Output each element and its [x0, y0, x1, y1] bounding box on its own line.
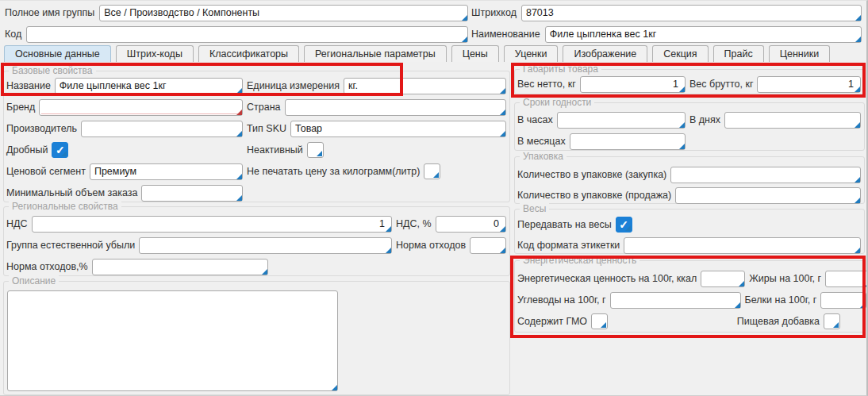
energy-field-wrap [701, 271, 745, 287]
proteins-label: Белки на 100г, г [745, 294, 817, 306]
tab-image[interactable]: Изображение [563, 45, 647, 62]
code-row: Код [5, 25, 468, 43]
tab-classifiers[interactable]: Классификаторы [198, 45, 299, 62]
barcode-label: Штрихкод [471, 7, 517, 18]
loss-group-label: Группа естественной убыли [6, 240, 135, 251]
fats-input[interactable] [825, 271, 868, 287]
pack-purchase-field-wrap [670, 167, 861, 183]
group-description-title: Описание [9, 275, 59, 286]
tab-price-list[interactable]: Прайс [713, 45, 764, 62]
net-weight-input[interactable] [580, 76, 686, 93]
price-segment-input[interactable] [90, 163, 243, 180]
hours-field-wrap [557, 112, 686, 129]
group-regional-properties: Региональные свойства НДС НДС, % Группа … [3, 206, 510, 276]
vat-field-wrap [32, 216, 392, 233]
country-input[interactable] [285, 99, 506, 116]
unit-input[interactable] [344, 78, 506, 94]
fats-field-wrap [825, 271, 868, 287]
group-dimensions-title: Габариты товара [520, 63, 601, 75]
label-format-input[interactable] [624, 237, 861, 254]
description-field-wrap [7, 290, 338, 391]
gross-weight-field-wrap [757, 76, 861, 93]
sku-type-input[interactable] [290, 121, 506, 137]
manufacturer-input[interactable] [81, 121, 243, 137]
net-weight-label: Вес нетто, кг [517, 79, 576, 90]
loss-group-input[interactable] [139, 237, 392, 254]
send-to-scales-checkbox[interactable] [616, 217, 632, 233]
energy-label: Энергетическая ценность на 100г, ккал [517, 273, 697, 284]
gross-weight-input[interactable] [757, 76, 861, 93]
price-segment-field-wrap [90, 163, 243, 180]
months-label: В месяцах [517, 136, 566, 147]
group-basic-properties-title: Базовые свойства [9, 65, 96, 76]
sku-type-label: Тип SKU [247, 123, 286, 134]
tab-markdowns[interactable]: Уценки [504, 45, 559, 62]
tab-main-data[interactable]: Основные данные [4, 45, 111, 62]
brand-input[interactable] [39, 99, 243, 116]
barcode-row: Штрихкод [471, 4, 862, 21]
pack-sale-field-wrap [675, 187, 861, 204]
price-segment-label: Ценовой сегмент [6, 166, 86, 177]
group-scales-title: Весы [520, 203, 549, 214]
tab-section[interactable]: Секция [652, 45, 708, 62]
days-input[interactable] [724, 112, 861, 129]
no-print-kg-price-checkbox[interactable] [424, 163, 440, 179]
waste-input[interactable] [470, 237, 506, 254]
code-field-wrap [26, 26, 468, 43]
carbs-input[interactable] [610, 292, 741, 309]
months-input[interactable] [570, 133, 686, 150]
carbs-field-wrap [610, 292, 741, 309]
loss-group-field-wrap [139, 237, 392, 254]
name-row: Наименование [471, 25, 862, 43]
proteins-input[interactable] [820, 292, 866, 309]
inactive-checkbox[interactable] [307, 142, 324, 158]
days-field-wrap [724, 112, 861, 129]
name-field-input[interactable] [55, 78, 243, 94]
group-scales: Весы Передавать на весы Код формата этик… [514, 209, 865, 254]
waste-pct-label: Норма отходов,% [6, 261, 88, 272]
energy-input[interactable] [701, 271, 745, 287]
group-regional-properties-title: Региональные свойства [9, 201, 121, 212]
min-order-input[interactable] [141, 185, 243, 202]
gmo-checkbox[interactable] [591, 313, 608, 329]
group-nutrition-title: Энергетическая ценность [520, 255, 639, 266]
vat-input[interactable] [32, 216, 392, 233]
additive-checkbox[interactable] [824, 313, 840, 329]
hours-input[interactable] [557, 112, 686, 129]
label-format-field-wrap [624, 237, 861, 254]
gross-weight-label: Вес брутто, кг [689, 79, 753, 90]
carbs-label: Углеводы на 100г, г [517, 294, 606, 306]
unit-field-wrap [344, 78, 506, 94]
full-group-input[interactable] [99, 5, 468, 21]
code-input[interactable] [26, 26, 468, 43]
country-label: Страна [247, 102, 281, 113]
country-field-wrap [285, 99, 506, 116]
min-order-label: Минимальный объем заказа [6, 187, 137, 198]
group-shelf-life-title: Сроки годности [520, 97, 594, 108]
vat-pct-input[interactable] [436, 216, 506, 233]
tab-prices[interactable]: Цены [451, 45, 499, 62]
gmo-label: Содержит ГМО [517, 316, 587, 327]
product-card-window: Полное имя группы Штрихкод Код Наименова… [0, 0, 868, 396]
product-name-input[interactable] [545, 26, 862, 43]
pack-sale-input[interactable] [675, 187, 861, 204]
proteins-field-wrap [820, 292, 866, 309]
group-packaging-title: Упаковка [520, 151, 567, 162]
pack-purchase-input[interactable] [670, 167, 861, 183]
fats-label: Жиры на 100г, г [749, 273, 821, 284]
tab-price-tags[interactable]: Ценники [769, 45, 830, 62]
tab-barcodes[interactable]: Штрих-коды [116, 45, 194, 62]
description-textarea[interactable] [7, 290, 338, 391]
tab-regional-params[interactable]: Региональные параметры [304, 45, 447, 62]
waste-pct-input[interactable] [92, 259, 268, 275]
hours-label: В часах [517, 114, 553, 125]
fractional-checkbox[interactable] [52, 142, 68, 158]
brand-label: Бренд [6, 102, 35, 113]
label-format-label: Код формата этикетки [517, 240, 620, 251]
pack-purchase-label: Количество в упаковке (закупка) [517, 169, 666, 180]
barcode-input[interactable] [521, 5, 862, 21]
vat-label: НДС [6, 218, 28, 229]
vat-pct-field-wrap [436, 216, 506, 233]
no-print-kg-price-label: Не печатать цену за килограмм(литр) [247, 166, 420, 177]
group-dimensions: Габариты товара Вес нетто, кг Вес брутто… [514, 69, 865, 94]
